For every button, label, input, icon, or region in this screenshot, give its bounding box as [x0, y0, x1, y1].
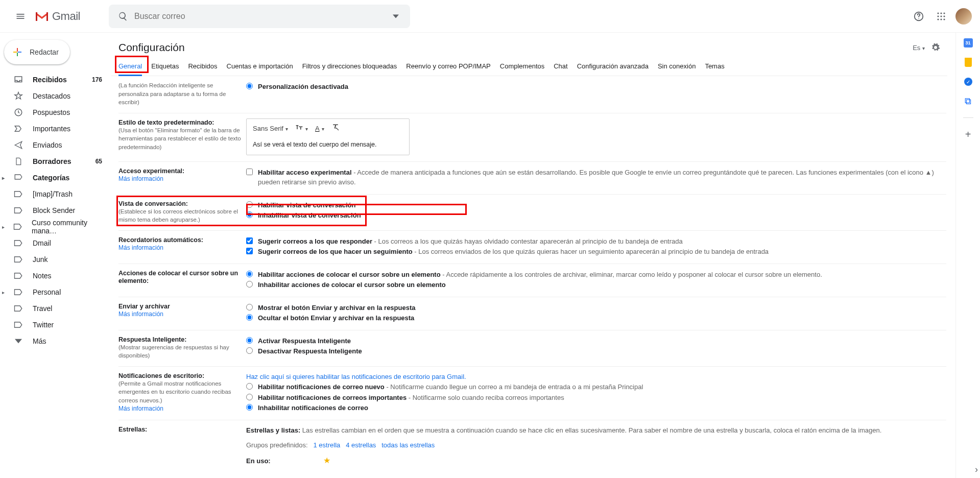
notif-new[interactable]: Habilitar notificaciones de correo nuevo…: [246, 382, 946, 392]
compose-button[interactable]: Redactar: [4, 40, 70, 64]
search-bar[interactable]: [109, 5, 410, 28]
notif-more-link[interactable]: Más información: [118, 405, 163, 412]
sidebar-item-borradores[interactable]: Borradores65: [0, 153, 108, 170]
sidebar-item-pospuestos[interactable]: Pospuestos: [0, 104, 108, 121]
notif-enable-link[interactable]: Haz clic aquí si quieres habilitar las n…: [246, 373, 466, 380]
page-title: Configuración: [118, 41, 185, 54]
send-archive-show[interactable]: Mostrar el botón Enviar y archivar en la…: [246, 303, 946, 313]
search-options-button[interactable]: [386, 6, 406, 27]
label-icon: [13, 222, 22, 232]
sidebar-item-junk[interactable]: Junk: [0, 251, 108, 268]
sidebar-item-personal[interactable]: ▸Personal: [0, 284, 108, 300]
svg-point-7: [943, 15, 945, 17]
support-button[interactable]: [909, 6, 929, 27]
search-input[interactable]: [133, 11, 386, 21]
preset-allstar[interactable]: todas las estrellas: [381, 441, 435, 449]
tab-reenv-o-y-correo-pop-imap[interactable]: Reenvío y correo POP/IMAP: [406, 58, 490, 76]
sidebar-item-label: Destacados: [33, 92, 70, 100]
sidebar-item-twitter[interactable]: Twitter: [0, 317, 108, 333]
svg-point-4: [943, 12, 945, 14]
tab-configuraci-n-avanzada[interactable]: Configuración avanzada: [577, 58, 649, 76]
tab-recibidos[interactable]: Recibidos: [188, 58, 217, 76]
tab-cuentas-e-importaci-n[interactable]: Cuentas e importación: [227, 58, 293, 76]
calendar-addon[interactable]: 31: [963, 38, 973, 48]
experimental-enable[interactable]: Habilitar acceso experimental - Accede d…: [246, 168, 946, 187]
sidebar-item-m-s[interactable]: Más: [0, 333, 108, 349]
send-archive-more-link[interactable]: Más información: [118, 310, 163, 318]
smart-reply-on[interactable]: Activar Respuesta Inteligente: [246, 336, 946, 346]
tab-temas[interactable]: Temas: [705, 58, 724, 76]
tab-sin-conexi-n[interactable]: Sin conexión: [658, 58, 696, 76]
sidebar-item-categor-as[interactable]: ▸Categorías: [0, 170, 108, 186]
tab-filtros-y-direcciones-bloqueadas[interactable]: Filtros y direcciones bloqueadas: [302, 58, 397, 76]
sidebar-item-block-sender[interactable]: Block Sender: [0, 202, 108, 219]
sidebar-item-label: Personal: [33, 288, 61, 296]
sidebar-item-dmail[interactable]: Dmail: [0, 235, 108, 251]
account-avatar[interactable]: [955, 8, 972, 25]
sidebar-item--imap-trash[interactable]: [Imap]/Trash: [0, 186, 108, 202]
tab-chat[interactable]: Chat: [554, 58, 567, 76]
label-icon: [13, 271, 23, 281]
tasks-addon[interactable]: ✓: [963, 77, 973, 87]
tasks-icon: ✓: [964, 78, 972, 86]
sidebar-item-label: Categorías: [33, 174, 69, 182]
settings-tabs: GeneralEtiquetasRecibidosCuentas e impor…: [111, 58, 947, 76]
label-icon: [13, 287, 23, 297]
experimental-more-link[interactable]: Más información: [118, 175, 163, 182]
row-title-experimental: Acceso experimental:: [118, 168, 184, 175]
hover-enable[interactable]: Habilitar acciones de colocar el cursor …: [246, 270, 946, 280]
main-menu-button[interactable]: [8, 4, 33, 29]
preset-4star[interactable]: 4 estrellas: [346, 441, 376, 449]
send-archive-hide[interactable]: Ocultar el botón Enviar y archivar en la…: [246, 313, 946, 323]
keep-icon: [965, 58, 972, 67]
font-family-select[interactable]: Sans Serif: [253, 124, 288, 134]
dropbox-addon[interactable]: ⧉: [963, 96, 973, 106]
sidebar-item-label: Dmail: [33, 239, 51, 247]
font-size-select[interactable]: [295, 124, 308, 134]
row-title-smart-reply: Respuesta Inteligente:: [118, 336, 186, 343]
more-icon: [13, 336, 23, 346]
app-name: Gmail: [52, 10, 80, 23]
language-selector[interactable]: Es ▾: [913, 44, 925, 52]
sidebar-item-travel[interactable]: Travel: [0, 300, 108, 317]
preset-1star[interactable]: 1 estrella: [314, 441, 341, 449]
font-color-select[interactable]: A: [315, 124, 324, 134]
settings-gear-button[interactable]: [928, 40, 943, 55]
nudges-more-link[interactable]: Más información: [118, 244, 163, 251]
gmail-logo[interactable]: Gmail: [35, 10, 80, 23]
keep-addon[interactable]: [963, 57, 973, 67]
star-yellow-icon[interactable]: ★: [323, 456, 330, 465]
sidebar-item-curso-community-mana-[interactable]: ▸Curso community mana…: [0, 219, 108, 235]
smart-personalization-off[interactable]: Personalización desactivada: [246, 82, 946, 92]
sidebar-item-destacados[interactable]: Destacados: [0, 88, 108, 104]
sidebar-item-label: Más: [33, 337, 46, 345]
side-panel-toggle[interactable]: ›: [975, 464, 978, 475]
hover-disable[interactable]: Inhabilitar acciones de colocar el curso…: [246, 280, 946, 290]
smart-reply-off[interactable]: Desactivar Respuesta Inteligente: [246, 346, 946, 356]
search-button[interactable]: [113, 6, 133, 27]
nudge-followup[interactable]: Sugerir correos de los que hacer un segu…: [246, 247, 946, 257]
tab-general[interactable]: General: [118, 58, 142, 76]
row-title-nudges: Recordatorios automáticos:: [118, 236, 203, 244]
tab-etiquetas[interactable]: Etiquetas: [151, 58, 179, 76]
sidebar-item-enviados[interactable]: Enviados: [0, 137, 108, 153]
sidebar-item-label: Notes: [33, 272, 52, 280]
sidebar-item-notes[interactable]: Notes: [0, 268, 108, 284]
sidebar-item-importantes[interactable]: Importantes: [0, 121, 108, 137]
sidebar-item-label: Importantes: [33, 125, 70, 133]
header-actions: [909, 6, 976, 27]
get-addons-button[interactable]: +: [963, 129, 973, 139]
notif-off[interactable]: Inhabilitar notificaciones de correo: [246, 403, 946, 413]
nudge-reply[interactable]: Sugerir correos a los que responder - Lo…: [246, 236, 946, 247]
inbox-icon: [13, 75, 23, 85]
clear-format-button[interactable]: [331, 123, 340, 134]
tab-complementos[interactable]: Complementos: [500, 58, 544, 76]
sidebar-item-recibidos[interactable]: Recibidos176: [0, 71, 108, 88]
svg-point-10: [943, 18, 945, 20]
clock-icon: [13, 107, 23, 117]
notif-important[interactable]: Habilitar notificaciones de correos impo…: [246, 393, 946, 403]
apps-button[interactable]: [931, 6, 951, 27]
conv-enable[interactable]: Habilitar vista de conversación: [246, 200, 946, 210]
app-header: Gmail: [0, 0, 980, 33]
conv-disable[interactable]: Inhabilitar vista de conversación: [246, 210, 946, 221]
